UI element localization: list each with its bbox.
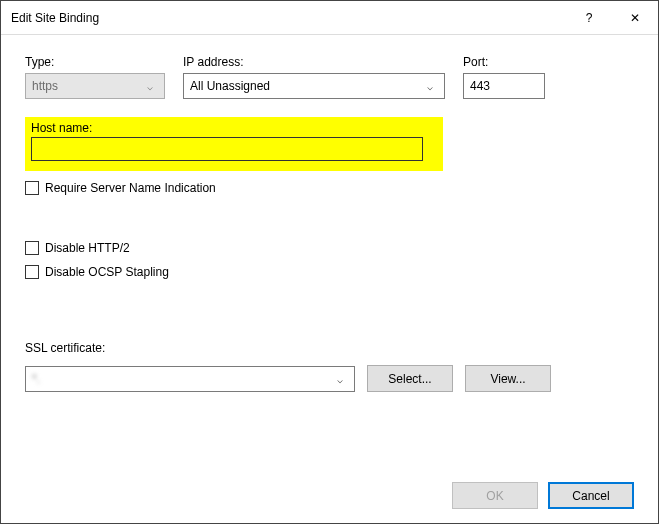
type-value: https — [32, 79, 142, 93]
host-label: Host name: — [31, 121, 92, 135]
view-button[interactable]: View... — [465, 365, 551, 392]
ssl-label: SSL certificate: — [25, 341, 634, 355]
titlebar: Edit Site Binding ? ✕ — [1, 1, 658, 35]
help-icon: ? — [586, 11, 593, 25]
ocsp-label: Disable OCSP Stapling — [45, 265, 169, 279]
http2-checkbox[interactable] — [25, 241, 39, 255]
ssl-cert-value: *. — [32, 372, 332, 386]
ssl-cert-combo[interactable]: *. ⌵ — [25, 366, 355, 392]
ip-value: All Unassigned — [190, 79, 422, 93]
port-label: Port: — [463, 55, 545, 69]
sni-checkbox[interactable] — [25, 181, 39, 195]
ocsp-checkbox[interactable] — [25, 265, 39, 279]
select-button[interactable]: Select... — [367, 365, 453, 392]
host-highlight: Host name: — [25, 117, 443, 171]
ip-label: IP address: — [183, 55, 445, 69]
sni-label: Require Server Name Indication — [45, 181, 216, 195]
cancel-button[interactable]: Cancel — [548, 482, 634, 509]
close-button[interactable]: ✕ — [612, 1, 658, 35]
host-input[interactable] — [31, 137, 423, 161]
type-combo: https ⌵ — [25, 73, 165, 99]
help-button[interactable]: ? — [566, 1, 612, 35]
ip-combo[interactable]: All Unassigned ⌵ — [183, 73, 445, 99]
chevron-down-icon: ⌵ — [422, 81, 438, 92]
http2-label: Disable HTTP/2 — [45, 241, 130, 255]
ok-button: OK — [452, 482, 538, 509]
port-input[interactable]: 443 — [463, 73, 545, 99]
type-label: Type: — [25, 55, 165, 69]
dialog-edit-site-binding: Edit Site Binding ? ✕ Type: https ⌵ IP a… — [0, 0, 659, 524]
window-title: Edit Site Binding — [11, 11, 99, 25]
chevron-down-icon: ⌵ — [332, 374, 348, 385]
close-icon: ✕ — [630, 11, 640, 25]
port-value: 443 — [470, 79, 490, 93]
chevron-down-icon: ⌵ — [142, 81, 158, 92]
